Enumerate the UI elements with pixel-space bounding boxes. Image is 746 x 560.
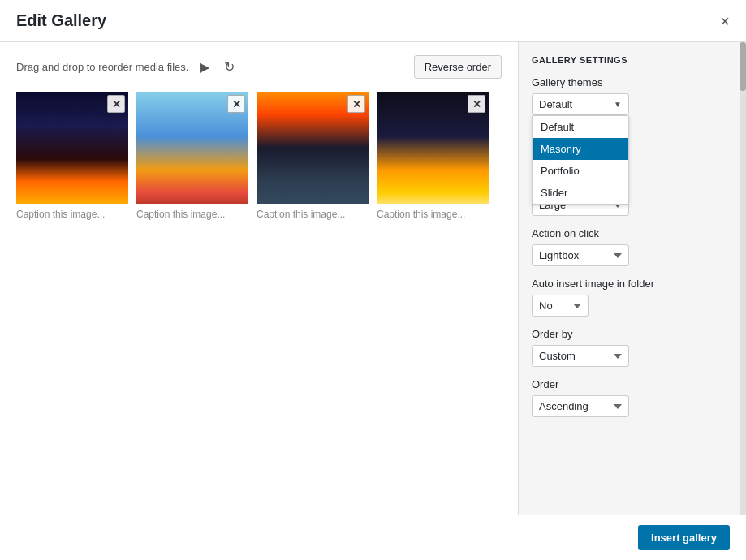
gallery-themes-dropdown-container: Default ▼ Default Masonry Portfolio Slid… (532, 93, 629, 115)
gallery-themes-menu: Default Masonry Portfolio Slider (532, 115, 629, 205)
list-item: ✕ Caption this image... (16, 92, 128, 220)
action-on-click-group: Action on click Lightbox Link to post No… (532, 227, 733, 266)
gallery-themes-group: Gallery themes Default ▼ Default Masonry… (532, 76, 733, 115)
image-thumb: ✕ (16, 92, 128, 204)
list-item: ✕ Caption this image... (257, 92, 369, 220)
image-caption: Caption this image... (16, 209, 128, 220)
modal-body: Drag and drop to reorder media files. ▶ … (0, 42, 746, 515)
close-button[interactable]: × (720, 13, 730, 29)
modal-header: Edit Gallery × (0, 0, 746, 42)
auto-insert-select[interactable]: No Yes (532, 295, 589, 317)
dropdown-option-slider[interactable]: Slider (533, 182, 628, 204)
toolbar-left: Drag and drop to reorder media files. ▶ … (16, 58, 238, 76)
gallery-toolbar: Drag and drop to reorder media files. ▶ … (16, 55, 502, 79)
remove-image-button[interactable]: ✕ (468, 95, 485, 113)
image-caption: Caption this image... (257, 209, 369, 220)
dropdown-option-portfolio[interactable]: Portfolio (533, 160, 628, 182)
gallery-themes-trigger[interactable]: Default ▼ (532, 93, 629, 115)
refresh-button[interactable]: ↻ (221, 58, 238, 76)
edit-gallery-modal: Edit Gallery × Drag and drop to reorder … (0, 0, 746, 560)
gallery-themes-value: Default (539, 98, 572, 110)
modal-footer: Insert gallery (0, 515, 746, 560)
image-caption: Caption this image... (136, 209, 248, 220)
settings-sidebar: GALLERY SETTINGS Gallery themes Default … (519, 42, 746, 515)
image-caption: Caption this image... (377, 209, 489, 220)
dropdown-option-default[interactable]: Default (533, 116, 628, 138)
remove-image-button[interactable]: ✕ (227, 95, 245, 113)
order-by-label: Order by (532, 328, 733, 340)
image-thumb: ✕ (136, 92, 248, 204)
list-item: ✕ Caption this image... (377, 92, 489, 220)
scrollbar-thumb[interactable] (740, 42, 746, 91)
order-by-group: Order by Custom Date Title Random (532, 328, 733, 367)
remove-image-button[interactable]: ✕ (107, 95, 125, 113)
gallery-themes-label: Gallery themes (532, 76, 733, 88)
scrollbar-track (740, 42, 746, 515)
reverse-order-button[interactable]: Reverse order (414, 55, 502, 79)
gallery-area: Drag and drop to reorder media files. ▶ … (0, 42, 519, 515)
order-group: Order Ascending Descending (532, 378, 733, 417)
order-select[interactable]: Ascending Descending (532, 395, 629, 417)
order-by-select[interactable]: Custom Date Title Random (532, 345, 629, 367)
list-item: ✕ Caption this image... (136, 92, 248, 220)
dropdown-option-masonry[interactable]: Masonry (533, 138, 628, 160)
images-grid: ✕ Caption this image... ✕ Caption this i… (16, 92, 502, 220)
image-thumb: ✕ (257, 92, 369, 204)
chevron-down-icon: ▼ (614, 100, 622, 109)
action-on-click-select[interactable]: Lightbox Link to post None (532, 244, 629, 266)
play-button[interactable]: ▶ (196, 58, 213, 76)
drag-hint-text: Drag and drop to reorder media files. (16, 61, 188, 73)
insert-gallery-button[interactable]: Insert gallery (638, 525, 730, 550)
auto-insert-group: Auto insert image in folder No Yes (532, 278, 733, 317)
remove-image-button[interactable]: ✕ (347, 95, 365, 113)
auto-insert-label: Auto insert image in folder (532, 278, 733, 290)
image-thumb: ✕ (377, 92, 489, 204)
order-label: Order (532, 378, 733, 390)
action-on-click-label: Action on click (532, 227, 733, 239)
modal-title: Edit Gallery (16, 11, 106, 30)
settings-section-title: GALLERY SETTINGS (532, 55, 733, 65)
